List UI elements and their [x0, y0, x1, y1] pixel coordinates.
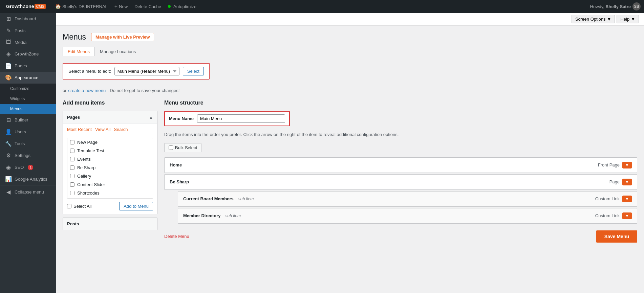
menu-item-type: Front Page — [598, 162, 620, 167]
sidebar-item-tools[interactable]: 🔧 Tools — [0, 138, 56, 150]
sidebar: ⊞ Dashboard ✎ Posts 🖼 Media ◈ GrowthZone… — [0, 13, 56, 293]
sidebar-item-settings[interactable]: ⚙ Settings — [0, 150, 56, 161]
menu-name-input[interactable] — [197, 114, 285, 123]
adminbar-autoptimize[interactable]: Autoptimize — [165, 0, 200, 13]
menu-item-expand-be-sharp[interactable]: ▼ — [622, 179, 632, 185]
page-checkbox-content-slider[interactable] — [70, 182, 74, 187]
plus-icon: + — [114, 3, 117, 9]
create-new-menu-link[interactable]: create a new menu — [68, 88, 106, 93]
select-menu-bar: Select a menu to edit: Main Menu (Header… — [63, 63, 210, 80]
adminbar-delete-cache[interactable]: Delete Cache — [131, 0, 165, 13]
sidebar-item-dashboard[interactable]: ⊞ Dashboard — [0, 13, 56, 25]
page-label: Template Test — [77, 148, 104, 153]
menu-select-dropdown[interactable]: Main Menu (Header Menu) Footer Menu Seco… — [114, 67, 179, 75]
sidebar-item-users[interactable]: 👤 Users — [0, 126, 56, 138]
tab-search[interactable]: Search — [114, 127, 128, 132]
collapse-icon: ◀ — [5, 189, 12, 195]
content-area: Screen Options ▼ Help ▼ Menus Manage wit… — [56, 13, 644, 293]
page-label: Gallery — [77, 174, 91, 179]
sidebar-item-pages[interactable]: 📄 Pages — [0, 60, 56, 72]
bulk-select-checkbox[interactable] — [169, 145, 173, 150]
live-preview-button[interactable]: Manage with Live Preview — [91, 33, 154, 41]
sidebar-item-builder[interactable]: ⊟ Builder — [0, 114, 56, 126]
user-avatar[interactable]: SS — [632, 2, 641, 10]
menu-item-be-sharp: Be Sharp Page ▼ — [164, 174, 637, 190]
menu-structure-title: Menu structure — [164, 100, 637, 106]
pages-accordion-label: Pages — [67, 115, 80, 120]
menu-item-expand-member-dir[interactable]: ▼ — [622, 212, 632, 219]
list-item: Image Slideshow — [67, 197, 153, 199]
menu-item-name: Member Directory — [183, 213, 221, 218]
page-checkbox-template-test[interactable] — [70, 149, 74, 153]
sidebar-item-seo[interactable]: ◉ SEO 1 — [0, 161, 56, 173]
delete-menu-link[interactable]: Delete Menu — [164, 234, 189, 239]
sidebar-item-widgets[interactable]: Widgets — [0, 94, 56, 104]
menu-item-name: Home — [170, 162, 182, 167]
select-all-label[interactable]: Select All — [67, 204, 91, 209]
sidebar-item-collapse[interactable]: ◀ Collapse menu — [0, 185, 56, 198]
save-menu-button[interactable]: Save Menu — [596, 230, 637, 243]
appearance-icon: 🎨 — [5, 74, 12, 81]
media-icon: 🖼 — [5, 39, 12, 45]
sidebar-item-customize[interactable]: Customize — [0, 84, 56, 94]
seo-icon: ◉ — [5, 164, 12, 171]
chevron-up-icon — [149, 115, 153, 120]
menu-item-type: Page — [609, 179, 620, 184]
menu-item-expand-home[interactable]: ▼ — [622, 162, 632, 168]
screen-options-button[interactable]: Screen Options ▼ — [572, 15, 615, 23]
left-column: Add menu items Pages Most Recent View Al… — [63, 100, 157, 233]
sidebar-item-media[interactable]: 🖼 Media — [0, 37, 56, 48]
sidebar-item-appearance[interactable]: 🎨 Appearance — [0, 72, 56, 84]
sidebar-item-menus[interactable]: Menus — [0, 104, 56, 114]
menu-tabs: Edit Menus Manage Locations — [63, 47, 637, 56]
add-to-menu-button[interactable]: Add to Menu — [119, 202, 153, 210]
home-icon: 🏠 — [55, 4, 61, 9]
page-checkbox-gallery[interactable] — [70, 174, 74, 178]
tab-edit-menus[interactable]: Edit Menus — [63, 47, 95, 56]
pages-list: New Page Template Test Events — [67, 138, 153, 199]
analytics-icon: 📊 — [5, 176, 12, 182]
posts-accordion-header[interactable]: Posts — [63, 218, 157, 230]
settings-icon: ⚙ — [5, 152, 12, 159]
select-all-checkbox[interactable] — [67, 204, 71, 208]
page-title: Menus — [63, 32, 86, 42]
or-text: or — [63, 88, 67, 93]
page-label: Events — [77, 157, 91, 162]
sidebar-item-posts[interactable]: ✎ Posts — [0, 25, 56, 37]
help-button[interactable]: Help ▼ — [617, 15, 639, 23]
tab-view-all[interactable]: View All — [95, 127, 110, 132]
adminbar-new[interactable]: + New — [111, 0, 131, 13]
sidebar-item-growthzone[interactable]: ◈ GrowthZone — [0, 48, 56, 60]
page-checkbox-events[interactable] — [70, 157, 74, 161]
page-header: Menus Manage with Live Preview — [63, 32, 637, 42]
page-label: Content Slider — [77, 182, 105, 187]
sub-item-label: sub item — [226, 213, 241, 218]
adminbar-site[interactable]: 🏠 Shelly's DB INTERNAL — [52, 0, 111, 13]
menu-item-name: Be Sharp — [170, 179, 189, 184]
chevron-down-icon-help: ▼ — [631, 17, 635, 22]
pages-accordion-header[interactable]: Pages — [63, 111, 157, 123]
bulk-select-label[interactable]: Bulk Select — [164, 143, 201, 152]
page-label: New Page — [77, 140, 98, 145]
builder-icon: ⊟ — [5, 117, 12, 123]
howdy-text: Howdy, Shelly Satre — [590, 4, 631, 9]
tab-manage-locations[interactable]: Manage Locations — [95, 47, 141, 56]
site-name: Shelly's DB INTERNAL — [62, 4, 108, 9]
page-checkbox-be-sharp[interactable] — [70, 165, 74, 170]
select-button[interactable]: Select — [183, 67, 204, 75]
add-menu-items-title: Add menu items — [63, 100, 157, 106]
menu-item-expand-current-board[interactable]: ▼ — [622, 196, 632, 202]
sub-item-label: sub item — [238, 197, 254, 201]
users-icon: 👤 — [5, 129, 12, 135]
seo-badge: 1 — [28, 165, 33, 170]
autoptimize-dot — [168, 5, 171, 8]
menu-item-member-directory: Member Directory sub item Custom Link ▼ — [178, 208, 637, 224]
list-item: Events — [67, 155, 153, 163]
page-checkbox-new-page[interactable] — [70, 140, 74, 144]
tab-most-recent[interactable]: Most Recent — [67, 127, 92, 132]
sidebar-item-google-analytics[interactable]: 📊 Google Analytics — [0, 173, 56, 185]
page-checkbox-shortcodes[interactable] — [70, 191, 74, 195]
two-column-layout: Add menu items Pages Most Recent View Al… — [63, 100, 637, 243]
bulk-select-row: Bulk Select — [164, 143, 637, 152]
site-logo[interactable]: GrowthZone CMS — [3, 4, 48, 9]
